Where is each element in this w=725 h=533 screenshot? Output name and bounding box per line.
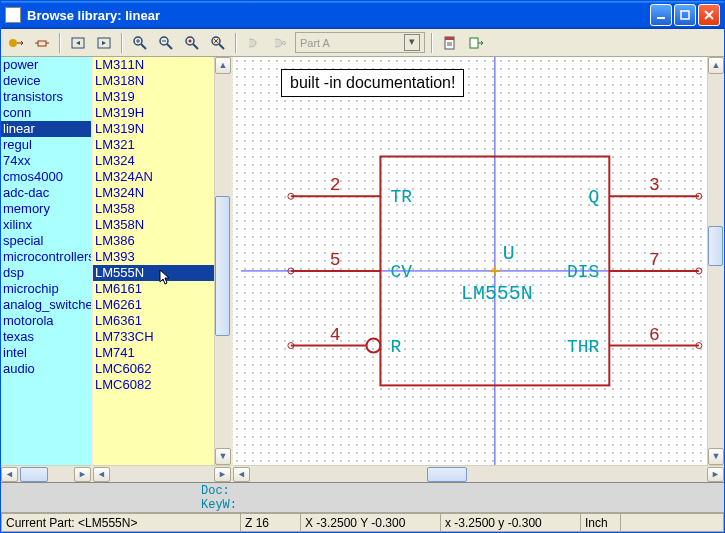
scroll-thumb[interactable]	[215, 196, 230, 336]
library-item[interactable]: xilinx	[1, 217, 91, 233]
minimize-button[interactable]	[650, 4, 672, 26]
doc-bar: Doc: KeyW:	[1, 482, 724, 512]
status-coord1: X -3.2500 Y -0.300	[301, 513, 441, 532]
part-item[interactable]: LM318N	[93, 73, 214, 89]
canvas-hscroll[interactable]: ◄ ►	[233, 465, 724, 482]
zoom-in-icon[interactable]	[129, 32, 151, 54]
part-vscroll[interactable]: ▲ ▼	[214, 57, 231, 465]
part-item[interactable]: LM319H	[93, 105, 214, 121]
scroll-up-icon[interactable]: ▲	[215, 57, 231, 74]
status-current-part: Current Part: <LM555N>	[1, 513, 241, 532]
library-item[interactable]: device	[1, 73, 91, 89]
scroll-thumb[interactable]	[20, 467, 48, 482]
scroll-left-icon[interactable]: ◄	[93, 467, 110, 482]
library-item[interactable]: microchip	[1, 281, 91, 297]
canvas-vscroll[interactable]: ▲ ▼	[707, 57, 724, 465]
part-item[interactable]: LM6161	[93, 281, 214, 297]
library-item[interactable]: memory	[1, 201, 91, 217]
toolbar: Part A ▾	[1, 29, 724, 57]
library-item[interactable]: transistors	[1, 89, 91, 105]
library-item[interactable]: linear	[1, 121, 91, 137]
scroll-thumb[interactable]	[427, 467, 467, 482]
zoom-fit-icon[interactable]	[181, 32, 203, 54]
part-item[interactable]: LM321	[93, 137, 214, 153]
part-item[interactable]: LM741	[93, 345, 214, 361]
library-hscroll[interactable]: ◄ ►	[1, 465, 91, 482]
library-item[interactable]: regul	[1, 137, 91, 153]
svg-text:6: 6	[649, 325, 660, 345]
library-item[interactable]: microcontrollers	[1, 249, 91, 265]
svg-point-19	[189, 39, 192, 42]
titlebar[interactable]: Browse library: linear	[1, 1, 724, 29]
maximize-button[interactable]	[674, 4, 696, 26]
svg-rect-5	[38, 41, 46, 46]
svg-text:CV: CV	[390, 262, 412, 282]
svg-text:5: 5	[330, 250, 341, 270]
svg-text:3: 3	[649, 175, 660, 195]
part-item[interactable]: LM733CH	[93, 329, 214, 345]
svg-text:THR: THR	[567, 337, 599, 357]
part-item[interactable]: LM393	[93, 249, 214, 265]
library-item[interactable]: 74xx	[1, 153, 91, 169]
part-item[interactable]: LM358N	[93, 217, 214, 233]
zoom-out-icon[interactable]	[155, 32, 177, 54]
svg-line-18	[193, 44, 198, 49]
part-list[interactable]: LM311NLM318NLM319LM319HLM319NLM321LM324L…	[93, 57, 214, 465]
svg-rect-0	[657, 17, 665, 19]
part-item[interactable]: LMC6062	[93, 361, 214, 377]
svg-rect-1	[681, 11, 689, 19]
library-item[interactable]: conn	[1, 105, 91, 121]
component-tool-icon[interactable]	[31, 32, 53, 54]
select-tool-icon[interactable]	[5, 32, 27, 54]
library-item[interactable]: texas	[1, 329, 91, 345]
zoom-redraw-icon[interactable]	[207, 32, 229, 54]
part-item[interactable]: LM555N	[93, 265, 214, 281]
next-icon[interactable]	[93, 32, 115, 54]
scroll-down-icon[interactable]: ▼	[215, 448, 231, 465]
scroll-up-icon[interactable]: ▲	[708, 57, 724, 74]
export-icon[interactable]	[465, 32, 487, 54]
library-list[interactable]: powerdevicetransistorsconnlinearregul74x…	[1, 57, 91, 465]
library-item[interactable]: power	[1, 57, 91, 73]
library-item[interactable]: special	[1, 233, 91, 249]
svg-text:LM555N: LM555N	[461, 282, 533, 305]
morgan-a-icon[interactable]	[243, 32, 265, 54]
part-item[interactable]: LMC6082	[93, 377, 214, 393]
schematic-canvas[interactable]: built -in documentation! ULM555N2TR5CV4R…	[233, 57, 707, 465]
status-zoom: Z 16	[241, 513, 301, 532]
scroll-right-icon[interactable]: ►	[74, 467, 91, 482]
part-item[interactable]: LM358	[93, 201, 214, 217]
library-item[interactable]: motorola	[1, 313, 91, 329]
part-item[interactable]: LM319N	[93, 121, 214, 137]
scroll-down-icon[interactable]: ▼	[708, 448, 724, 465]
prev-icon[interactable]	[67, 32, 89, 54]
svg-line-21	[219, 44, 224, 49]
scroll-right-icon[interactable]: ►	[214, 467, 231, 482]
part-hscroll[interactable]: ◄ ►	[93, 465, 231, 482]
library-item[interactable]: dsp	[1, 265, 91, 281]
library-item[interactable]: intel	[1, 345, 91, 361]
part-item[interactable]: LM324AN	[93, 169, 214, 185]
close-button[interactable]	[698, 4, 720, 26]
scroll-left-icon[interactable]: ◄	[1, 467, 18, 482]
scroll-left-icon[interactable]: ◄	[233, 467, 250, 482]
svg-text:DIS: DIS	[567, 262, 599, 282]
scroll-thumb[interactable]	[708, 226, 723, 266]
library-item[interactable]: cmos4000	[1, 169, 91, 185]
part-item[interactable]: LM386	[93, 233, 214, 249]
datasheet-icon[interactable]	[439, 32, 461, 54]
part-item[interactable]: LM324N	[93, 185, 214, 201]
status-bar: Current Part: <LM555N> Z 16 X -3.2500 Y …	[1, 512, 724, 532]
library-item[interactable]: analog_switches	[1, 297, 91, 313]
part-item[interactable]: LM6361	[93, 313, 214, 329]
scroll-right-icon[interactable]: ►	[707, 467, 724, 482]
part-item[interactable]: LM319	[93, 89, 214, 105]
part-item[interactable]: LM6261	[93, 297, 214, 313]
part-item[interactable]: LM324	[93, 153, 214, 169]
library-item[interactable]: adc-dac	[1, 185, 91, 201]
morgan-b-icon[interactable]	[269, 32, 291, 54]
chevron-down-icon: ▾	[404, 34, 420, 51]
part-item[interactable]: LM311N	[93, 57, 214, 73]
library-item[interactable]: audio	[1, 361, 91, 377]
part-selector[interactable]: Part A ▾	[295, 32, 425, 53]
